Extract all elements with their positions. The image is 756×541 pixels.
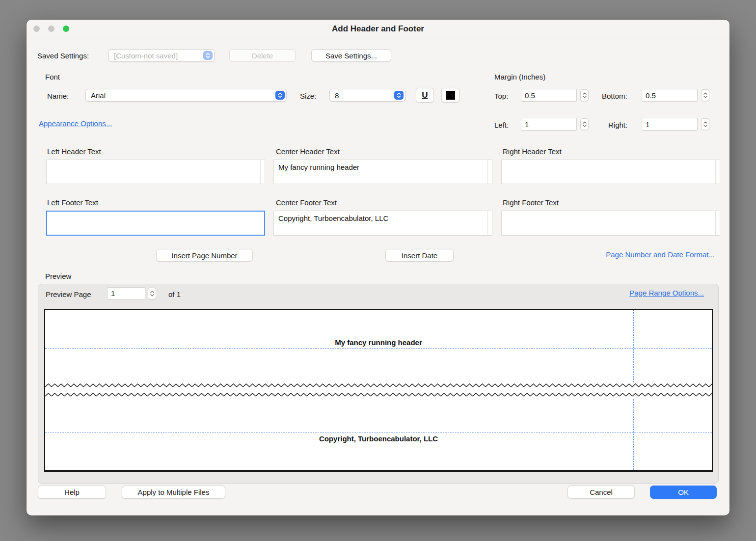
center-header-textarea[interactable]: My fancy running header xyxy=(274,160,492,184)
preview-section-label: Preview xyxy=(45,272,71,280)
save-settings-button[interactable]: Save Settings... xyxy=(311,49,391,62)
page-tear-zigzag-top xyxy=(45,382,712,388)
saved-settings-value: [Custom-not saved] xyxy=(109,52,214,60)
right-footer-textbox[interactable] xyxy=(501,211,720,236)
stepper-arrows-icon xyxy=(582,120,587,128)
underline-glyph: U xyxy=(422,90,428,100)
ok-button[interactable]: OK xyxy=(650,486,717,499)
add-header-footer-dialog: Add Header and Footer Saved Settings: [C… xyxy=(27,20,729,515)
chevron-updown-icon xyxy=(203,51,213,60)
margin-left-input[interactable] xyxy=(521,118,577,131)
margin-left-label: Left: xyxy=(494,121,509,129)
bottom-margin-guide xyxy=(45,433,712,433)
underline-button[interactable]: U xyxy=(416,88,434,103)
preview-page-stepper[interactable] xyxy=(148,288,156,299)
left-footer-textarea[interactable] xyxy=(47,212,264,235)
preview-header-text: My fancy running header xyxy=(45,338,712,347)
scrollbar-track xyxy=(715,160,716,184)
appearance-options-link[interactable]: Appearance Options... xyxy=(39,119,112,128)
color-swatch-icon xyxy=(446,91,455,100)
scrollbar-track xyxy=(260,160,261,184)
margin-top-stepper[interactable] xyxy=(580,89,589,101)
preview-page-input[interactable] xyxy=(107,287,145,299)
margin-left-stepper[interactable] xyxy=(580,118,589,130)
margin-bottom-stepper[interactable] xyxy=(701,89,709,101)
margin-top-label: Top: xyxy=(494,92,508,100)
margin-right-label: Right: xyxy=(608,121,627,129)
center-footer-label: Center Footer Text xyxy=(276,198,337,207)
margin-section-label: Margin (Inches) xyxy=(494,73,545,81)
help-button[interactable]: Help xyxy=(38,486,106,499)
center-footer-textarea[interactable]: Copyright, Turboencabulator, LLC xyxy=(274,211,492,235)
scrollbar-track xyxy=(487,160,488,184)
font-name-value: Arial xyxy=(86,91,286,100)
right-header-textarea[interactable] xyxy=(502,160,720,184)
insert-date-button[interactable]: Insert Date xyxy=(385,249,454,262)
page-number-date-format-link[interactable]: Page Number and Date Format... xyxy=(606,250,715,259)
right-footer-label: Right Footer Text xyxy=(503,198,559,207)
right-header-textbox[interactable] xyxy=(501,160,720,184)
page-range-options-link[interactable]: Page Range Options... xyxy=(629,289,704,297)
left-header-label: Left Header Text xyxy=(47,147,101,156)
top-margin-guide xyxy=(45,348,712,349)
cancel-button[interactable]: Cancel xyxy=(567,486,635,499)
font-size-dropdown[interactable]: 8 xyxy=(329,89,405,102)
scrollbar-track xyxy=(487,211,488,235)
left-header-textbox[interactable] xyxy=(46,160,265,184)
page-preview: My fancy running header Copyright, Turbo… xyxy=(44,309,713,472)
left-footer-label: Left Footer Text xyxy=(47,198,98,207)
page-tear-zigzag-bottom xyxy=(45,392,712,398)
chevron-updown-icon xyxy=(275,91,285,100)
chevron-updown-icon xyxy=(394,91,404,100)
close-button[interactable] xyxy=(33,26,40,32)
stepper-arrows-icon xyxy=(703,120,708,128)
minimize-button[interactable] xyxy=(48,26,54,32)
margin-bottom-input[interactable] xyxy=(642,89,698,102)
zoom-button[interactable] xyxy=(63,26,69,32)
left-header-textarea[interactable] xyxy=(47,160,265,184)
margin-right-stepper[interactable] xyxy=(701,118,709,130)
font-name-label: Name: xyxy=(47,92,69,100)
center-header-textbox[interactable]: My fancy running header xyxy=(273,160,492,184)
center-header-label: Center Header Text xyxy=(276,147,340,156)
center-footer-textbox[interactable]: Copyright, Turboencabulator, LLC xyxy=(273,211,492,236)
preview-page-count-label: of 1 xyxy=(168,290,181,298)
scrollbar-track xyxy=(260,212,260,235)
stepper-arrows-icon xyxy=(582,91,587,99)
margin-right-input[interactable] xyxy=(642,118,698,131)
font-size-label: Size: xyxy=(300,92,316,100)
margin-top-input[interactable] xyxy=(521,89,577,102)
stepper-arrows-icon xyxy=(703,91,708,99)
apply-to-multiple-files-button[interactable]: Apply to Multiple Files xyxy=(122,486,225,499)
margin-bottom-label: Bottom: xyxy=(602,92,627,100)
desktop: { "window": { "title": "Add Header and F… xyxy=(0,0,756,541)
delete-settings-button[interactable]: Delete xyxy=(229,49,296,62)
preview-panel: Preview Page of 1 Page Range Options... … xyxy=(38,284,719,484)
window-controls xyxy=(33,26,69,32)
left-footer-textbox[interactable] xyxy=(46,211,265,236)
stepper-arrows-icon xyxy=(150,290,155,298)
font-color-button[interactable] xyxy=(441,88,459,103)
preview-footer-text: Copyright, Turboencabulator, LLC xyxy=(45,434,712,443)
font-section-label: Font xyxy=(45,73,60,81)
scrollbar-track xyxy=(715,211,716,235)
right-header-label: Right Header Text xyxy=(503,147,562,156)
insert-page-number-button[interactable]: Insert Page Number xyxy=(156,249,253,262)
preview-page-label: Preview Page xyxy=(46,290,91,298)
right-footer-textarea[interactable] xyxy=(502,211,720,235)
saved-settings-label: Saved Settings: xyxy=(37,52,89,60)
dialog-title: Add Header and Footer xyxy=(332,24,424,34)
title-bar: Add Header and Footer xyxy=(27,20,729,38)
saved-settings-dropdown[interactable]: [Custom-not saved] xyxy=(108,49,215,62)
font-name-dropdown[interactable]: Arial xyxy=(85,89,287,102)
